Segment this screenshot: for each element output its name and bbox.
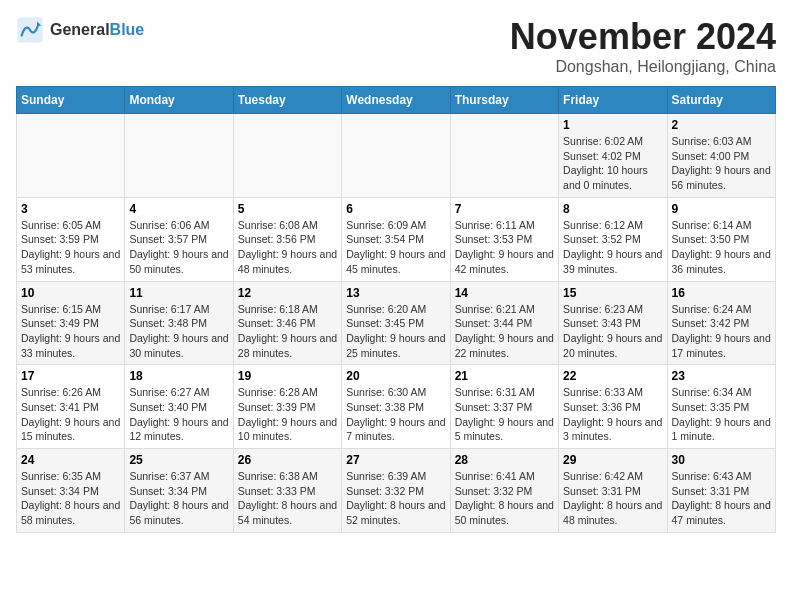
calendar-cell bbox=[233, 114, 341, 198]
calendar-cell: 22Sunrise: 6:33 AM Sunset: 3:36 PM Dayli… bbox=[559, 365, 667, 449]
day-number: 19 bbox=[238, 369, 337, 383]
day-number: 22 bbox=[563, 369, 662, 383]
day-info: Sunrise: 6:09 AM Sunset: 3:54 PM Dayligh… bbox=[346, 218, 445, 277]
logo: GeneralBlue bbox=[16, 16, 144, 44]
day-info: Sunrise: 6:38 AM Sunset: 3:33 PM Dayligh… bbox=[238, 469, 337, 528]
calendar-cell: 19Sunrise: 6:28 AM Sunset: 3:39 PM Dayli… bbox=[233, 365, 341, 449]
day-info: Sunrise: 6:23 AM Sunset: 3:43 PM Dayligh… bbox=[563, 302, 662, 361]
day-info: Sunrise: 6:14 AM Sunset: 3:50 PM Dayligh… bbox=[672, 218, 771, 277]
day-info: Sunrise: 6:27 AM Sunset: 3:40 PM Dayligh… bbox=[129, 385, 228, 444]
calendar-cell: 26Sunrise: 6:38 AM Sunset: 3:33 PM Dayli… bbox=[233, 449, 341, 533]
calendar-cell: 5Sunrise: 6:08 AM Sunset: 3:56 PM Daylig… bbox=[233, 197, 341, 281]
calendar-cell: 9Sunrise: 6:14 AM Sunset: 3:50 PM Daylig… bbox=[667, 197, 775, 281]
calendar-cell: 28Sunrise: 6:41 AM Sunset: 3:32 PM Dayli… bbox=[450, 449, 558, 533]
weekday-header-row: Sunday Monday Tuesday Wednesday Thursday… bbox=[17, 87, 776, 114]
day-number: 24 bbox=[21, 453, 120, 467]
day-info: Sunrise: 6:28 AM Sunset: 3:39 PM Dayligh… bbox=[238, 385, 337, 444]
calendar-cell: 25Sunrise: 6:37 AM Sunset: 3:34 PM Dayli… bbox=[125, 449, 233, 533]
day-info: Sunrise: 6:43 AM Sunset: 3:31 PM Dayligh… bbox=[672, 469, 771, 528]
day-number: 26 bbox=[238, 453, 337, 467]
calendar-cell: 27Sunrise: 6:39 AM Sunset: 3:32 PM Dayli… bbox=[342, 449, 450, 533]
calendar-cell: 20Sunrise: 6:30 AM Sunset: 3:38 PM Dayli… bbox=[342, 365, 450, 449]
day-number: 8 bbox=[563, 202, 662, 216]
calendar-cell: 23Sunrise: 6:34 AM Sunset: 3:35 PM Dayli… bbox=[667, 365, 775, 449]
day-number: 15 bbox=[563, 286, 662, 300]
day-number: 29 bbox=[563, 453, 662, 467]
calendar-cell: 30Sunrise: 6:43 AM Sunset: 3:31 PM Dayli… bbox=[667, 449, 775, 533]
calendar-cell: 2Sunrise: 6:03 AM Sunset: 4:00 PM Daylig… bbox=[667, 114, 775, 198]
day-number: 2 bbox=[672, 118, 771, 132]
day-number: 3 bbox=[21, 202, 120, 216]
calendar-cell: 6Sunrise: 6:09 AM Sunset: 3:54 PM Daylig… bbox=[342, 197, 450, 281]
day-info: Sunrise: 6:18 AM Sunset: 3:46 PM Dayligh… bbox=[238, 302, 337, 361]
header-friday: Friday bbox=[559, 87, 667, 114]
day-number: 7 bbox=[455, 202, 554, 216]
week-row-4: 17Sunrise: 6:26 AM Sunset: 3:41 PM Dayli… bbox=[17, 365, 776, 449]
day-number: 11 bbox=[129, 286, 228, 300]
calendar-cell: 29Sunrise: 6:42 AM Sunset: 3:31 PM Dayli… bbox=[559, 449, 667, 533]
day-info: Sunrise: 6:08 AM Sunset: 3:56 PM Dayligh… bbox=[238, 218, 337, 277]
day-number: 20 bbox=[346, 369, 445, 383]
day-number: 27 bbox=[346, 453, 445, 467]
calendar-cell: 3Sunrise: 6:05 AM Sunset: 3:59 PM Daylig… bbox=[17, 197, 125, 281]
day-info: Sunrise: 6:11 AM Sunset: 3:53 PM Dayligh… bbox=[455, 218, 554, 277]
week-row-2: 3Sunrise: 6:05 AM Sunset: 3:59 PM Daylig… bbox=[17, 197, 776, 281]
calendar-cell: 10Sunrise: 6:15 AM Sunset: 3:49 PM Dayli… bbox=[17, 281, 125, 365]
calendar-cell: 24Sunrise: 6:35 AM Sunset: 3:34 PM Dayli… bbox=[17, 449, 125, 533]
day-info: Sunrise: 6:33 AM Sunset: 3:36 PM Dayligh… bbox=[563, 385, 662, 444]
day-number: 4 bbox=[129, 202, 228, 216]
calendar-cell: 16Sunrise: 6:24 AM Sunset: 3:42 PM Dayli… bbox=[667, 281, 775, 365]
calendar-cell: 17Sunrise: 6:26 AM Sunset: 3:41 PM Dayli… bbox=[17, 365, 125, 449]
calendar-cell: 13Sunrise: 6:20 AM Sunset: 3:45 PM Dayli… bbox=[342, 281, 450, 365]
logo-icon bbox=[16, 16, 44, 44]
calendar-subtitle: Dongshan, Heilongjiang, China bbox=[510, 58, 776, 76]
calendar-cell: 1Sunrise: 6:02 AM Sunset: 4:02 PM Daylig… bbox=[559, 114, 667, 198]
day-info: Sunrise: 6:35 AM Sunset: 3:34 PM Dayligh… bbox=[21, 469, 120, 528]
day-info: Sunrise: 6:17 AM Sunset: 3:48 PM Dayligh… bbox=[129, 302, 228, 361]
day-number: 30 bbox=[672, 453, 771, 467]
day-number: 28 bbox=[455, 453, 554, 467]
day-info: Sunrise: 6:20 AM Sunset: 3:45 PM Dayligh… bbox=[346, 302, 445, 361]
day-info: Sunrise: 6:24 AM Sunset: 3:42 PM Dayligh… bbox=[672, 302, 771, 361]
header-tuesday: Tuesday bbox=[233, 87, 341, 114]
calendar-cell bbox=[342, 114, 450, 198]
header-wednesday: Wednesday bbox=[342, 87, 450, 114]
day-info: Sunrise: 6:30 AM Sunset: 3:38 PM Dayligh… bbox=[346, 385, 445, 444]
calendar-cell bbox=[450, 114, 558, 198]
title-section: November 2024 Dongshan, Heilongjiang, Ch… bbox=[510, 16, 776, 76]
day-number: 6 bbox=[346, 202, 445, 216]
day-number: 18 bbox=[129, 369, 228, 383]
day-info: Sunrise: 6:34 AM Sunset: 3:35 PM Dayligh… bbox=[672, 385, 771, 444]
day-info: Sunrise: 6:15 AM Sunset: 3:49 PM Dayligh… bbox=[21, 302, 120, 361]
calendar-cell: 15Sunrise: 6:23 AM Sunset: 3:43 PM Dayli… bbox=[559, 281, 667, 365]
page-header: GeneralBlue November 2024 Dongshan, Heil… bbox=[16, 16, 776, 78]
day-number: 16 bbox=[672, 286, 771, 300]
day-info: Sunrise: 6:42 AM Sunset: 3:31 PM Dayligh… bbox=[563, 469, 662, 528]
day-info: Sunrise: 6:21 AM Sunset: 3:44 PM Dayligh… bbox=[455, 302, 554, 361]
calendar-cell: 11Sunrise: 6:17 AM Sunset: 3:48 PM Dayli… bbox=[125, 281, 233, 365]
week-row-5: 24Sunrise: 6:35 AM Sunset: 3:34 PM Dayli… bbox=[17, 449, 776, 533]
day-number: 1 bbox=[563, 118, 662, 132]
header-sunday: Sunday bbox=[17, 87, 125, 114]
calendar-cell: 4Sunrise: 6:06 AM Sunset: 3:57 PM Daylig… bbox=[125, 197, 233, 281]
day-number: 5 bbox=[238, 202, 337, 216]
header-monday: Monday bbox=[125, 87, 233, 114]
calendar-cell: 14Sunrise: 6:21 AM Sunset: 3:44 PM Dayli… bbox=[450, 281, 558, 365]
calendar-cell bbox=[17, 114, 125, 198]
calendar-table: Sunday Monday Tuesday Wednesday Thursday… bbox=[16, 86, 776, 533]
calendar-cell bbox=[125, 114, 233, 198]
calendar-title: November 2024 bbox=[510, 16, 776, 58]
week-row-1: 1Sunrise: 6:02 AM Sunset: 4:02 PM Daylig… bbox=[17, 114, 776, 198]
day-info: Sunrise: 6:26 AM Sunset: 3:41 PM Dayligh… bbox=[21, 385, 120, 444]
day-number: 10 bbox=[21, 286, 120, 300]
day-number: 9 bbox=[672, 202, 771, 216]
day-number: 17 bbox=[21, 369, 120, 383]
week-row-3: 10Sunrise: 6:15 AM Sunset: 3:49 PM Dayli… bbox=[17, 281, 776, 365]
day-number: 23 bbox=[672, 369, 771, 383]
day-info: Sunrise: 6:31 AM Sunset: 3:37 PM Dayligh… bbox=[455, 385, 554, 444]
calendar-cell: 12Sunrise: 6:18 AM Sunset: 3:46 PM Dayli… bbox=[233, 281, 341, 365]
day-number: 12 bbox=[238, 286, 337, 300]
header-saturday: Saturday bbox=[667, 87, 775, 114]
day-number: 25 bbox=[129, 453, 228, 467]
day-info: Sunrise: 6:05 AM Sunset: 3:59 PM Dayligh… bbox=[21, 218, 120, 277]
